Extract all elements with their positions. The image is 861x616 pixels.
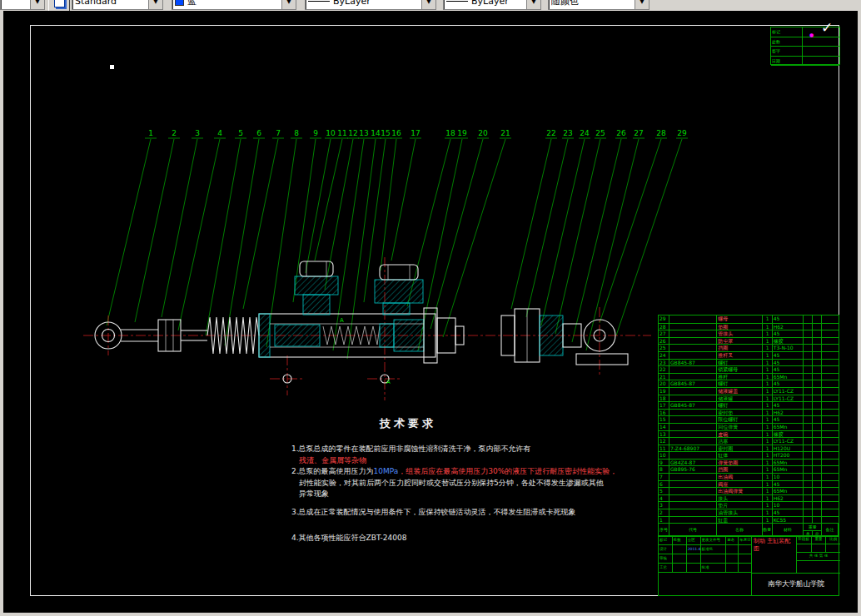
bom-cell: 螺母: [717, 315, 762, 323]
title-block-label: 审核: [659, 554, 673, 563]
bom-cell: [822, 501, 839, 509]
bom-cell: T3-N-10: [773, 344, 804, 351]
linetype-dropdown[interactable]: ByLayer: [305, 0, 436, 10]
bom-cell: [822, 380, 839, 387]
bom-cell: [813, 423, 822, 430]
bom-cell: 27: [659, 330, 669, 337]
bom-cell: 挡圈: [717, 344, 762, 351]
bom-cell: 65Mn: [773, 459, 804, 466]
revision-cell: [803, 57, 839, 66]
layer-properties-button[interactable]: [48, 0, 70, 11]
bom-cell: [804, 437, 813, 445]
layer-dropdown[interactable]: [0, 0, 45, 10]
bom-cell: 15: [659, 415, 669, 423]
bom-cell: 20: [659, 380, 669, 387]
school-name: 南华大学船山学院: [752, 574, 840, 595]
dropdown-arrow-icon[interactable]: [30, 0, 44, 9]
dropdown-arrow-icon[interactable]: [635, 0, 649, 9]
bom-cell: 45: [773, 401, 804, 409]
bom-cell: [822, 323, 839, 330]
title-block-cell: [797, 544, 812, 552]
bom-cell: [822, 373, 839, 380]
title-block-cell: [739, 564, 751, 572]
bom-cell: LY11-CZ: [773, 437, 804, 445]
bom-cell: 23: [659, 359, 669, 366]
dropdown-arrow-icon[interactable]: [281, 0, 296, 9]
bom-cell: 推杆: [717, 373, 762, 380]
bom-cell: 65Mn: [773, 373, 804, 380]
bom-cell: [669, 437, 717, 445]
bom-cell: 活塞: [717, 437, 762, 445]
style-dropdown[interactable]: Standard: [72, 0, 163, 10]
title-block-label: 年月日: [739, 536, 751, 544]
bom-header-cell: 名称: [717, 523, 762, 536]
drawing-canvas[interactable]: 1234567891011121314151617181920212223242…: [3, 11, 858, 613]
lineweight-value: ByLayer: [471, 0, 509, 7]
bom-cell: [669, 344, 717, 351]
plotstyle-dropdown[interactable]: 随颜色: [548, 0, 649, 10]
bom-row: 21推杆165Mn: [659, 373, 839, 380]
bom-cell: [669, 315, 717, 323]
sheet-count: 共 张 第 张: [797, 553, 840, 561]
title-block-cell: [701, 554, 727, 563]
drawing-title-line1: 制动 主缸装配: [754, 538, 794, 545]
bom-cell: [813, 473, 822, 480]
bom-header-cell: 数量: [763, 523, 773, 536]
bom-cell: [822, 415, 839, 423]
bom-cell: 储液罐盖: [717, 387, 762, 395]
bom-cell: [822, 409, 839, 416]
bom-cell: 1: [763, 480, 773, 488]
bom-cell: 1: [763, 451, 773, 459]
title-block-label: 重量: [812, 536, 827, 544]
bom-cell: 螺钉: [717, 380, 762, 387]
bom-cell: 锁紧螺母: [717, 365, 762, 373]
bom-cell: 10: [773, 473, 804, 480]
bom-cell: [804, 480, 813, 488]
bom-cell: H120U: [773, 445, 804, 452]
bom-row: 7出油阀110: [659, 473, 839, 480]
lineweight-dropdown[interactable]: ByLayer: [443, 0, 541, 10]
bom-cell: [804, 430, 813, 438]
bom-row: 14回位弹簧165Mn: [659, 423, 839, 430]
tech-requirement-line: 2.总泵的最高使用压力为10MPa，组装后应在最高使用压力30%的液压下进行耐压…: [291, 466, 658, 478]
bom-cell: LY11-CZ: [773, 387, 804, 395]
bom-row: 8GB895-76挡圈165Mn: [659, 465, 839, 473]
bom-row: 24推杆叉145: [659, 351, 839, 359]
bom-cell: 1: [763, 459, 773, 466]
bom-cell: [804, 451, 813, 459]
bom-cell: 13: [659, 430, 669, 438]
bom-cell: LY11-CZ: [773, 395, 804, 402]
title-block-label: 批准: [701, 564, 727, 572]
bom-cell: 橡胶: [773, 430, 804, 438]
bom-cell: [813, 395, 822, 402]
bom-cell: [669, 451, 717, 459]
bom-cell: 25: [659, 344, 669, 351]
bom-cell: 29: [659, 315, 669, 323]
revision-label: 日期: [771, 57, 803, 66]
bom-cell: [804, 315, 813, 323]
bom-cell: 油管接头: [717, 509, 762, 516]
bom-cell: [804, 344, 813, 351]
bom-cell: [804, 330, 813, 337]
bom-cell: [804, 380, 813, 387]
bom-cell: 1: [763, 359, 773, 366]
dropdown-arrow-icon[interactable]: [526, 0, 540, 9]
bom-cell: 22: [659, 365, 669, 373]
bom-cell: [669, 494, 717, 502]
bom-cell: [813, 451, 822, 459]
bom-cell: [822, 315, 839, 323]
bom-cell: 密封垫: [717, 409, 762, 416]
dropdown-arrow-icon[interactable]: [421, 0, 435, 9]
bom-cell: 3: [659, 501, 669, 509]
bom-cell: [813, 487, 822, 494]
bom-cell: 1: [763, 430, 773, 438]
bom-cell: [813, 315, 822, 323]
color-dropdown[interactable]: 蓝: [172, 0, 296, 10]
bom-cell: 65Mn: [773, 423, 804, 430]
magenta-dot-icon: ●: [809, 32, 814, 37]
bom-cell: 18: [659, 395, 669, 402]
dropdown-arrow-icon[interactable]: [148, 0, 162, 9]
bom-cell: 16: [659, 409, 669, 416]
title-block-cell: [687, 554, 701, 563]
tech-requirement-line: 残渣、金属屑等杂物: [291, 455, 658, 467]
